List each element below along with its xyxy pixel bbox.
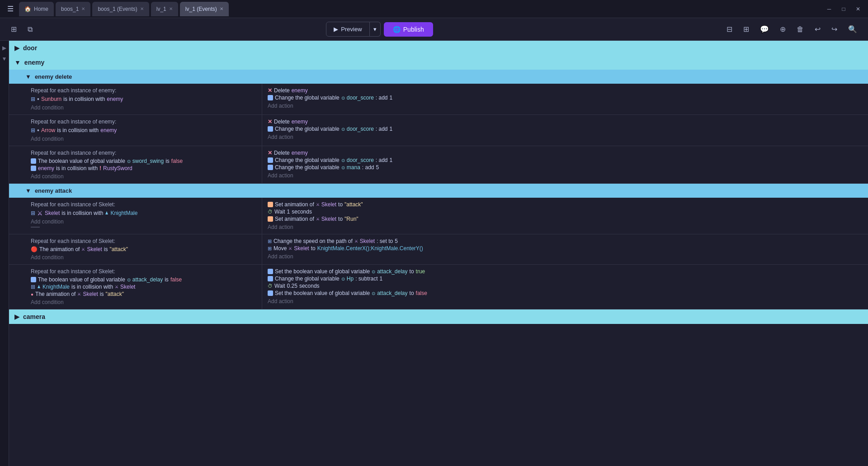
tab-lv1events[interactable]: lv_1 (Events) ✕ <box>180 2 229 16</box>
delete-icon-3: ✕ <box>268 150 272 156</box>
add-val-3: 1 <box>390 157 393 163</box>
action-row-3-1: ✕ Delete enemy <box>268 150 863 156</box>
columns-icon[interactable]: ⊟ <box>723 22 736 36</box>
menu-icon[interactable]: ☰ <box>4 3 17 15</box>
preview-button[interactable]: ▶ Preview <box>326 22 369 37</box>
group-door[interactable]: ▶ door <box>9 41 868 55</box>
skelet-icon-5a: ⚔ <box>354 239 358 243</box>
chat-icon[interactable]: 💬 <box>756 22 773 36</box>
group-enemy[interactable]: ▼ enemy <box>9 55 868 70</box>
actions-col-3: ✕ Delete enemy Change the global variabl… <box>262 146 868 183</box>
collision-text-2: is in collision with <box>57 127 99 133</box>
delete-icon-1: ✕ <box>268 87 272 94</box>
add-icon[interactable]: ⊕ <box>776 22 789 36</box>
add-val-2: 1 <box>390 126 393 132</box>
tab-home[interactable]: 🏠 Home <box>19 2 54 16</box>
is-text-5: is <box>104 246 108 252</box>
change-var-text-1: Change the global variable <box>275 95 340 101</box>
to-text-6d: to <box>410 290 414 296</box>
attack-delay-act-6d: attack_delay <box>377 290 407 296</box>
publish-button[interactable]: 🌐 Publish <box>384 22 433 37</box>
preview-dropdown-button[interactable]: ▾ <box>370 22 381 37</box>
blue-sq-6a <box>31 277 36 282</box>
change-var-text-3: Change the global variable <box>275 157 340 163</box>
layers-icon[interactable]: ⧉ <box>24 23 36 36</box>
blue-sq-icon-3 <box>268 157 273 163</box>
set-bool-text-6a: Set the boolean value of global variable <box>275 268 370 275</box>
expand-icon[interactable]: ▶ <box>1 44 8 52</box>
false-label-6: false <box>170 276 182 283</box>
door-score-2: door_score <box>347 126 374 132</box>
wait-sec-4: seconds <box>292 209 312 215</box>
tab-boos1events-close[interactable]: ✕ <box>140 6 144 11</box>
add-condition-1[interactable]: Add condition <box>31 105 256 111</box>
add-text-2: : add <box>376 126 388 132</box>
tab-lv1events-close[interactable]: ✕ <box>220 6 223 11</box>
add-mana-text: : add <box>362 164 374 171</box>
add-condition-5[interactable]: Add condition <box>31 254 256 261</box>
search-icon[interactable]: 🔍 <box>844 22 861 36</box>
close-button[interactable]: ✕ <box>852 3 864 15</box>
add-action-6[interactable]: Add action <box>268 298 863 304</box>
actions-col-2: ✕ Delete enemy Change the global variabl… <box>262 115 868 146</box>
anim-of-text-5: The animation of <box>39 246 80 252</box>
subgroup-enemy-attack[interactable]: ▼ enemy attack <box>9 184 868 198</box>
skelet-label-6: Skelet <box>120 284 135 290</box>
group-camera[interactable]: ▶ camera <box>9 309 868 324</box>
add-action-5[interactable]: Add action <box>268 253 863 260</box>
redo-icon[interactable]: ↪ <box>828 22 841 36</box>
tab-lv1[interactable]: lv_1 ✕ <box>151 2 178 16</box>
set-anim-text-4b: Set animation of <box>275 216 314 222</box>
maximize-button[interactable]: □ <box>837 3 850 15</box>
grid-icon[interactable]: ⊞ <box>7 22 20 36</box>
wait-val-4: 1 <box>287 209 290 215</box>
tab-boos1events[interactable]: boos_1 (Events) ✕ <box>92 2 149 16</box>
false-label-6d: false <box>416 290 427 296</box>
tab-boos1-close[interactable]: ✕ <box>81 6 85 11</box>
nav-icon-5a: ⊞ <box>268 238 272 244</box>
group-door-toggle: ▶ <box>14 44 19 52</box>
subgroup-enemy-delete[interactable]: ▼ enemy delete <box>9 70 868 84</box>
to-text-4a: to <box>338 201 343 208</box>
table-icon[interactable]: ⊞ <box>740 22 753 36</box>
variable-icon-6b: ⊙ <box>341 276 345 281</box>
to-text-6a: to <box>410 268 414 275</box>
actions-col-6: Set the boolean value of global variable… <box>262 265 868 309</box>
tab-boos1[interactable]: boos_1 ✕ <box>56 2 90 16</box>
add-condition-6[interactable]: Add condition <box>31 299 256 305</box>
skelet-anim-4a: Skelet <box>321 201 336 208</box>
delete-icon-2: ✕ <box>268 119 272 125</box>
add-condition-3[interactable]: Add condition <box>31 173 256 180</box>
add-condition-4[interactable]: Add condition <box>31 219 256 225</box>
add-action-4[interactable]: Add action <box>268 224 863 230</box>
condition-row-2-1: ⊞ • Arrow is in collision with enemy <box>31 127 256 134</box>
wait-sec-6: seconds <box>299 283 320 289</box>
speed-val-5: 5 <box>395 238 398 244</box>
false-label-3: false <box>171 158 183 164</box>
collapse-icon[interactable]: ▼ <box>1 55 8 62</box>
blue-sq-6act-b <box>268 276 273 281</box>
add-action-3[interactable]: Add action <box>268 172 863 179</box>
orange-icon-4a <box>268 202 273 207</box>
tab-lv1-close[interactable]: ✕ <box>169 6 173 11</box>
minimize-button[interactable]: ─ <box>823 3 835 15</box>
action-row-6-2: Change the global variable ⊙ Hp : subtra… <box>268 276 863 282</box>
add-condition-2[interactable]: Add condition <box>31 136 256 142</box>
add-action-2[interactable]: Add action <box>268 134 863 140</box>
tab-lv1-label: lv_1 <box>156 6 166 12</box>
collision-icon-4: ⊞ <box>31 210 35 216</box>
attack-label-6: "attack" <box>105 291 124 297</box>
undo-icon[interactable]: ↩ <box>811 22 824 36</box>
condition-row-6-3: ● The animation of ⚔ Skelet is "attack" <box>31 291 256 297</box>
variable-icon-6d: ⊙ <box>372 291 375 296</box>
repeat-label-1: Repeat for each instance of enemy: <box>31 87 256 94</box>
add-val-1: 1 <box>390 95 393 101</box>
event-skelet-anim-attack: Repeat for each instance of Skelet: 🔴 Th… <box>9 234 868 265</box>
add-action-1[interactable]: Add action <box>268 103 863 109</box>
conditions-col-1: Repeat for each instance of enemy: ⊞ • S… <box>9 84 262 114</box>
to-text-5: to <box>311 245 316 252</box>
trash-icon[interactable]: 🗑 <box>793 23 807 36</box>
mana-label: mana <box>347 164 360 171</box>
subgroup-enemy-delete-label: enemy delete <box>35 73 72 80</box>
variable-icon-6: ⊙ <box>127 277 131 282</box>
